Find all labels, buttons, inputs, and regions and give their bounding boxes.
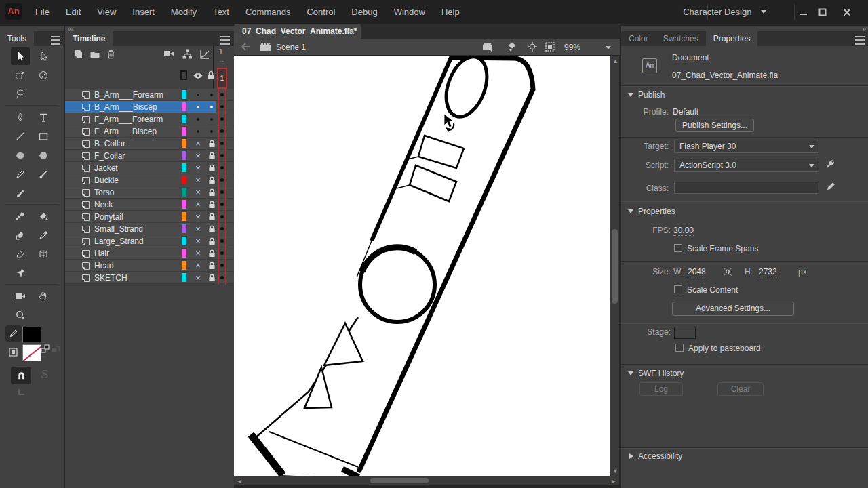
tab-swatches[interactable]: Swatches <box>656 31 706 46</box>
layer-row[interactable]: Hair× <box>65 247 234 260</box>
layer-name[interactable]: Torso <box>94 188 114 197</box>
layer-lock-toggle[interactable] <box>205 125 218 137</box>
selection-tool[interactable] <box>11 47 30 65</box>
script-settings-wrench-icon[interactable] <box>825 159 836 170</box>
layer-visibility-toggle[interactable]: × <box>192 223 204 235</box>
keyframe-dot[interactable] <box>220 215 224 218</box>
menu-window[interactable]: Window <box>386 0 433 24</box>
hand-tool[interactable] <box>34 287 53 305</box>
line-tool[interactable] <box>11 127 30 145</box>
layer-lock-toggle[interactable] <box>205 272 218 283</box>
layer-visibility-toggle[interactable]: × <box>192 247 204 259</box>
layer-name[interactable]: B_Collar <box>94 139 125 148</box>
menu-edit[interactable]: Edit <box>58 0 89 24</box>
layer-row[interactable]: B_Arm___Biscep <box>65 101 234 113</box>
scale-content-checkbox[interactable] <box>674 285 682 293</box>
horizontal-scrollbar[interactable]: ◄ ► <box>234 476 619 485</box>
layer-lock-toggle[interactable] <box>205 247 218 259</box>
center-frame-icon[interactable] <box>527 41 538 52</box>
back-arrow-icon[interactable] <box>241 43 250 51</box>
panel-menu-icon[interactable] <box>220 36 230 45</box>
layer-lock-toggle[interactable] <box>205 235 218 247</box>
keyframe-dot[interactable] <box>220 117 224 121</box>
layer-visibility-toggle[interactable] <box>192 89 204 100</box>
black-white-colors-icon[interactable] <box>52 345 60 354</box>
layer-color-swatch[interactable] <box>182 163 186 172</box>
layer-lock-toggle[interactable] <box>205 260 218 271</box>
layer-color-swatch[interactable] <box>182 90 186 99</box>
tab-properties[interactable]: Properties <box>706 31 758 46</box>
tab-timeline[interactable]: Timeline <box>65 31 113 46</box>
subselection-tool[interactable] <box>34 47 53 65</box>
keyframe-dot[interactable] <box>220 190 224 194</box>
close-button[interactable] <box>837 0 857 24</box>
layer-color-swatch[interactable] <box>182 188 186 197</box>
keyframe-dot[interactable] <box>220 203 224 206</box>
keyframe-dot[interactable] <box>220 251 224 255</box>
layer-color-swatch[interactable] <box>182 249 186 258</box>
layer-visibility-toggle[interactable]: × <box>192 150 204 161</box>
outline-column-icon[interactable] <box>180 70 187 80</box>
show-parenting-view-button[interactable] <box>182 49 194 61</box>
keyframe-dot[interactable] <box>220 93 224 96</box>
workspace-switcher[interactable]: Character Design <box>683 0 766 24</box>
visibility-column-icon[interactable] <box>193 72 203 79</box>
accessibility-section-header[interactable]: Accessibility <box>629 451 682 461</box>
keyframe-dot[interactable] <box>220 227 224 230</box>
layer-color-swatch[interactable] <box>182 102 186 111</box>
minimize-button[interactable] <box>793 0 814 24</box>
oval-tool[interactable] <box>11 146 30 164</box>
menu-file[interactable]: File <box>27 0 58 24</box>
layer-name[interactable]: Neck <box>94 200 113 209</box>
layer-color-swatch[interactable] <box>182 200 186 209</box>
layer-lock-toggle[interactable] <box>205 223 218 235</box>
layer-row[interactable]: Small_Strand× <box>65 223 234 235</box>
publish-settings-button[interactable]: Publish Settings... <box>675 119 754 132</box>
layer-lock-toggle[interactable] <box>205 199 218 210</box>
scroll-down-icon[interactable]: ▼ <box>612 468 618 474</box>
layer-color-swatch[interactable] <box>182 224 186 233</box>
stage-color-swatch[interactable] <box>674 327 696 339</box>
new-layer-button[interactable] <box>73 49 85 61</box>
layer-lock-toggle[interactable] <box>205 211 218 222</box>
layer-lock-toggle[interactable] <box>205 174 218 186</box>
layer-row[interactable]: SKETCH× <box>65 272 234 284</box>
clip-content-icon[interactable] <box>545 41 555 52</box>
layer-visibility-toggle[interactable]: × <box>192 186 204 198</box>
layer-name[interactable]: Ponytail <box>94 212 123 222</box>
edit-symbols-icon[interactable] <box>507 41 517 52</box>
width-tool[interactable] <box>34 245 53 263</box>
zoom-level-value[interactable]: 99% <box>564 43 580 52</box>
document-tab[interactable]: 07_Chad_Vector_Animate.fla* ✕ <box>234 24 361 39</box>
layer-name[interactable]: Hair <box>94 249 109 258</box>
vertical-scrollbar[interactable]: ▲ ▼ <box>610 56 619 476</box>
keyframe-dot[interactable] <box>220 166 224 169</box>
layer-visibility-toggle[interactable]: × <box>192 138 204 149</box>
layer-row[interactable]: Large_Strand× <box>65 235 234 247</box>
scroll-up-icon[interactable]: ▲ <box>612 58 618 64</box>
keyframe-dot[interactable] <box>220 105 224 108</box>
stroke-color-swatch[interactable] <box>22 327 41 342</box>
menu-help[interactable]: Help <box>433 0 468 24</box>
keyframe-dot[interactable] <box>220 154 224 157</box>
eyedropper-tool[interactable] <box>34 226 53 244</box>
swf-history-section-header[interactable]: SWF History <box>628 369 684 378</box>
swap-colors-icon[interactable] <box>41 344 50 354</box>
layer-name[interactable]: Large_Strand <box>94 237 144 246</box>
layer-visibility-toggle[interactable] <box>192 101 204 113</box>
eraser-tool[interactable] <box>11 245 30 263</box>
menu-commands[interactable]: Commands <box>237 0 298 24</box>
panel-menu-icon[interactable] <box>855 36 865 45</box>
paint-bucket-tool[interactable] <box>34 207 53 225</box>
keyframe-dot[interactable] <box>220 239 224 243</box>
layer-color-swatch[interactable] <box>182 273 186 282</box>
layer-color-swatch[interactable] <box>182 212 186 221</box>
apply-to-pasteboard-checkbox[interactable] <box>675 344 684 352</box>
vertical-scroll-thumb[interactable] <box>612 229 618 304</box>
keyframe-dot[interactable] <box>220 276 224 279</box>
publish-section-header[interactable]: Publish <box>628 90 665 100</box>
layer-name[interactable]: F_Arm___Forearm <box>94 115 163 124</box>
layer-color-swatch[interactable] <box>182 151 186 160</box>
layer-name[interactable]: F_Arm___Biscep <box>94 127 157 136</box>
layer-row[interactable]: Buckle× <box>65 174 234 186</box>
